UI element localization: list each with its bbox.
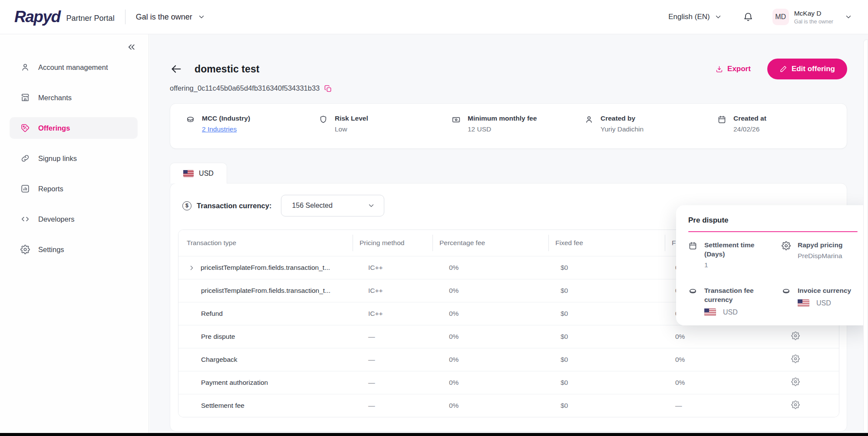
sidebar-item-reports[interactable]: Reports (10, 178, 138, 200)
pricing-method: — (353, 402, 432, 410)
tab-usd-label: USD (199, 170, 214, 177)
currency-tabs: USD (170, 163, 847, 183)
percentage-fee: 0% (432, 356, 548, 364)
summary-label: Created at (733, 115, 766, 122)
row-settings-button[interactable] (791, 354, 800, 363)
sidebar-collapse-button[interactable] (126, 42, 137, 52)
percentage-fee: 0% (432, 310, 548, 318)
transaction-type: Payment authorization (201, 379, 268, 387)
user-name: McKay D (794, 10, 833, 17)
window-bottom-edge (0, 433, 868, 436)
download-icon (715, 65, 723, 73)
transaction-type: pricelistTemplateFrom.fields.transaction… (201, 287, 330, 295)
gear-icon (791, 377, 800, 386)
column-percentage-fee: Percentage fee (432, 230, 548, 256)
sidebar-item-label: Developers (38, 215, 74, 223)
chevron-down-icon (845, 13, 852, 21)
transaction-currency-dropdown[interactable]: 156 Selected (281, 195, 384, 216)
back-button[interactable] (170, 62, 183, 75)
popover-divider (688, 231, 858, 232)
row-settings-button[interactable] (791, 377, 800, 386)
transaction-type: Pre dispute (201, 333, 235, 341)
table-row[interactable]: Chargeback — 0% $0 0% (178, 348, 839, 371)
pricing-method: IC++ (353, 287, 432, 295)
shield-icon (319, 115, 328, 124)
sidebar-item-account-management[interactable]: Account management (10, 56, 138, 78)
row-settings-button[interactable] (791, 331, 800, 340)
fx-fee: 0% (665, 333, 780, 341)
gear-icon (782, 241, 791, 250)
summary-item-min-fee: Minimum monthly fee 12 USD (452, 115, 584, 148)
chevron-down-icon (367, 202, 375, 210)
page-header: domestic test Export Edit offering (170, 59, 847, 79)
sidebar-item-offerings[interactable]: Offerings (10, 117, 138, 139)
user-icon (584, 115, 594, 124)
summary-label: Created by (601, 115, 644, 122)
popover-title: Pre dispute (688, 216, 857, 225)
us-flag-icon (798, 299, 809, 307)
percentage-fee: 0% (432, 264, 548, 272)
popover-field-value: USD (723, 308, 738, 316)
gear-icon (20, 245, 30, 254)
popover-field-label: Rapyd pricing (798, 241, 842, 250)
avatar: MD (772, 9, 789, 25)
arrow-left-icon (170, 62, 183, 75)
popover-field-value: PreDispMarina (798, 252, 842, 260)
calendar-icon (717, 115, 726, 124)
summary-label: MCC (Industry) (202, 115, 250, 122)
pricing-method: — (353, 356, 432, 364)
sidebar-item-merchants[interactable]: Merchants (10, 87, 138, 108)
language-label: English (EN) (668, 13, 710, 21)
popover-field-label: Transaction fee currency (704, 286, 769, 305)
summary-value: Low (335, 125, 368, 133)
language-selector[interactable]: English (EN) (668, 13, 722, 21)
popover-settlement-time: Settlement time (Days) 1 (688, 241, 782, 269)
industries-link[interactable]: 2 Industries (202, 125, 250, 133)
coin-icon (688, 287, 697, 296)
sidebar-item-label: Settings (38, 246, 64, 254)
topbar-divider (125, 10, 125, 24)
us-flag-icon (183, 170, 194, 177)
sidebar-item-label: Signup links (38, 154, 77, 163)
export-button[interactable]: Export (715, 65, 751, 73)
table-row[interactable]: Payment authorization — 0% $0 0% (178, 371, 839, 394)
table-row[interactable]: Settlement fee — 0% $0 — (178, 394, 839, 417)
table-row[interactable]: Pre dispute — 0% $0 0% (178, 325, 839, 348)
popover-rapyd-pricing: Rapyd pricing PreDispMarina (782, 241, 857, 269)
double-chevron-left-icon (126, 42, 137, 52)
fixed-fee: $0 (548, 310, 665, 318)
fx-fee: 0% (665, 356, 780, 364)
page-scrollbar[interactable] (863, 39, 868, 433)
percentage-fee: 0% (432, 379, 548, 387)
summary-item-mcc: MCC (Industry) 2 Industries (186, 115, 319, 148)
us-flag-icon (704, 308, 716, 316)
fixed-fee: $0 (548, 264, 665, 272)
summary-label: Minimum monthly fee (468, 115, 537, 122)
row-settings-button[interactable] (791, 400, 800, 409)
chevron-right-icon[interactable] (188, 264, 195, 272)
sidebar-item-signup-links[interactable]: Signup links (10, 148, 138, 169)
org-selector[interactable]: Gal is the owner (136, 13, 205, 22)
popover-field-label: Invoice currency (798, 286, 851, 295)
user-menu[interactable]: MD McKay D Gal is the owner (772, 9, 852, 25)
tab-usd[interactable]: USD (170, 163, 227, 184)
fx-fee: 0% (665, 379, 780, 387)
export-label: Export (727, 65, 751, 73)
popover-field-value: USD (816, 299, 831, 307)
banknote-icon (452, 115, 461, 124)
topbar: Rapyd Partner Portal Gal is the owner En… (0, 0, 868, 34)
copy-button[interactable] (324, 85, 332, 93)
offering-id-row: offering_0c11c45b0a65d4fb316340f534331b3… (170, 84, 847, 93)
sidebar-item-settings[interactable]: Settings (10, 239, 138, 260)
code-icon (20, 214, 30, 224)
popover-transaction-fee-currency: Transaction fee currency USD (688, 286, 782, 316)
pencil-icon (779, 65, 787, 73)
edit-offering-button[interactable]: Edit offering (767, 59, 847, 79)
popover-field-value: 1 (704, 261, 769, 269)
pricing-method: — (353, 333, 432, 341)
notifications-button[interactable] (743, 12, 753, 22)
sidebar-item-developers[interactable]: Developers (10, 208, 138, 230)
offering-summary-card: MCC (Industry) 2 Industries Risk Level L… (170, 103, 847, 149)
pricing-method: — (353, 379, 432, 387)
percentage-fee: 0% (432, 402, 548, 410)
